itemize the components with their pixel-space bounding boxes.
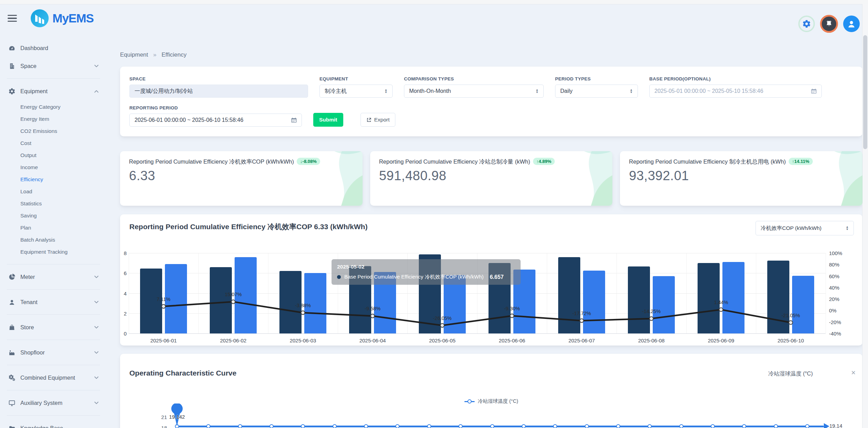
sidebar-item-store[interactable]: Store [0, 318, 107, 336]
y-axis-tick: 0 [120, 331, 127, 337]
curve-point[interactable] [427, 424, 431, 428]
space-field: SPACE 一度城/公用动力/制冷站 [129, 76, 308, 98]
brand-logo[interactable]: MyEMS [31, 9, 93, 27]
summary-card: Reporting Period Cumulative Efficiency 制… [620, 151, 862, 206]
sidebar-item-equipment[interactable]: Equipment [0, 82, 107, 100]
reporting-period-field: REPORTING PERIOD 2025-06-01 00:00:00 ~ 2… [129, 105, 302, 127]
curve-point[interactable] [648, 424, 652, 428]
sidebar-item-batch-analysis[interactable]: Batch Analysis [0, 234, 107, 246]
user-avatar[interactable] [843, 16, 860, 32]
curve-point[interactable] [616, 424, 620, 428]
x-axis-label: 2025-06-10 [778, 338, 804, 343]
curve-point[interactable] [238, 424, 242, 428]
submit-button[interactable]: Submit [313, 113, 343, 127]
curve-point[interactable] [269, 424, 274, 428]
card-title: Reporting Period Cumulative Efficiency 制… [629, 158, 786, 165]
menu-toggle-button[interactable] [7, 13, 18, 23]
sidebar-item-cost[interactable]: Cost [0, 137, 107, 149]
comparison-types-select[interactable]: Month-On-Month ▲▼ [404, 85, 544, 98]
comparison-types-field: COMPARISON TYPES Month-On-Month ▲▼ [404, 76, 544, 98]
sidebar-item-efficiency[interactable]: Efficiency [0, 173, 107, 185]
curve-point[interactable] [522, 424, 526, 428]
sidebar-item-statistics[interactable]: Statistics [0, 197, 107, 210]
base-period-label: BASE PERIOD(OPTIONAL) [649, 76, 822, 81]
line-series-icon [464, 399, 475, 403]
curve-y-tick: 18 [153, 425, 167, 428]
sidebar-item-energy-item[interactable]: Energy Item [0, 113, 107, 125]
x-axis-label: 2025-06-06 [499, 338, 525, 343]
curve-point[interactable] [711, 424, 715, 428]
curve-point[interactable] [553, 424, 557, 428]
change-rate-label: -26.05% [433, 315, 452, 321]
breadcrumb-equipment[interactable]: Equipment [120, 51, 148, 58]
curve-point[interactable] [364, 424, 368, 428]
sidebar-item-plan[interactable]: Plan [0, 222, 107, 234]
sidebar-divider [7, 390, 100, 390]
curve-point[interactable] [458, 424, 463, 428]
export-button[interactable]: Export [361, 113, 396, 127]
sidebar-item-space[interactable]: Space [0, 57, 107, 75]
curve-point[interactable] [585, 424, 589, 428]
page-scrollbar[interactable] [862, 4, 868, 428]
card-value: 93,392.01 [629, 168, 854, 183]
sidebar-item-output[interactable]: Output [0, 149, 107, 161]
space-input[interactable]: 一度城/公用动力/制冷站 [129, 85, 308, 98]
folder-icon [8, 424, 16, 428]
main-chart-card: Reporting Period Cumulative Efficiency 冷… [120, 214, 862, 346]
select-arrows-icon: ▲▼ [531, 89, 539, 94]
sidebar-item-auxiliary-system[interactable]: Auxiliary System [0, 394, 107, 412]
reporting-period-label: REPORTING PERIOD [129, 105, 302, 110]
curve-legend[interactable]: 冷站湿球温度 (°C) [120, 398, 862, 405]
sidebar-divider [7, 314, 100, 315]
notifications-button[interactable] [820, 15, 838, 33]
sidebar-item-load[interactable]: Load [0, 185, 107, 197]
equipment-select[interactable]: 制冷主机 ▲▼ [319, 85, 393, 98]
y-axis-tick-right: -20% [829, 319, 841, 325]
select-arrows-icon: ▲▼ [841, 226, 849, 231]
sidebar-item-dashboard[interactable]: Dashboard [0, 39, 107, 57]
chart-parameter-select[interactable]: 冷机效率COP (kWh/kWh) ▲▼ [756, 221, 854, 235]
sidebar-item-combined-equipment[interactable]: Combined Equipment [0, 369, 107, 387]
curve-point[interactable] [805, 424, 809, 428]
sidebar-divider [7, 340, 100, 340]
calendar-icon [807, 88, 817, 94]
y-axis-tick-right: 80% [829, 262, 839, 268]
change-badge: ↓-8.08% [297, 158, 320, 165]
sidebar-item-tenant[interactable]: Tenant [0, 293, 107, 311]
change-rate-label: -17.72% [572, 311, 591, 316]
gear-icon [8, 87, 16, 95]
x-axis-label: 2025-06-04 [359, 338, 386, 343]
sidebar-item-knowledge-base[interactable]: Knowledge Base [0, 419, 107, 428]
sidebar-item-co2-emissions[interactable]: CO2 Emissions [0, 125, 107, 137]
settings-button[interactable] [798, 16, 815, 32]
curve-point[interactable] [742, 424, 746, 428]
curve-point[interactable] [679, 424, 683, 428]
close-icon[interactable]: × [851, 369, 856, 377]
sidebar-item-meter[interactable]: Meter [0, 268, 107, 286]
curve-point[interactable] [206, 424, 210, 428]
change-rate-label: 15.07% [225, 292, 241, 297]
curve-point[interactable] [490, 424, 494, 428]
comparison-types-label: COMPARISON TYPES [404, 76, 544, 81]
sidebar-submenu: Energy CategoryEnergy ItemCO2 EmissionsC… [0, 100, 107, 261]
curve-point[interactable] [301, 424, 305, 428]
building-icon [8, 62, 16, 70]
sidebar-item-saving[interactable]: Saving [0, 210, 107, 222]
sidebar-item-income[interactable]: Income [0, 161, 107, 173]
curve-point[interactable] [395, 424, 400, 428]
export-icon [366, 117, 372, 123]
period-types-select[interactable]: Daily ▲▼ [555, 85, 638, 98]
curve-point[interactable] [333, 424, 337, 428]
y-axis-tick-right: 100% [829, 250, 842, 256]
curve-y-tick: 21 [153, 414, 167, 420]
scrollbar-thumb[interactable] [863, 35, 867, 149]
x-axis-label: 2025-06-03 [290, 338, 316, 343]
y-axis-tick-right: 60% [829, 273, 839, 279]
sidebar-item-energy-category[interactable]: Energy Category [0, 101, 107, 113]
curve-point[interactable] [774, 424, 778, 428]
base-period-input[interactable]: 2025-05-01 00:00:00 ~ 2025-05-10 15:58:4… [649, 85, 822, 98]
tooltip-series: Base Period Cumulative Efficiency 冷机效率CO… [344, 274, 484, 280]
sidebar-item-equipment-tracking[interactable]: Equipment Tracking [0, 246, 107, 258]
sidebar-item-shopfloor[interactable]: Shopfloor [0, 343, 107, 361]
reporting-period-input[interactable]: 2025-06-01 00:00:00 ~ 2025-06-10 15:58:4… [129, 114, 302, 127]
